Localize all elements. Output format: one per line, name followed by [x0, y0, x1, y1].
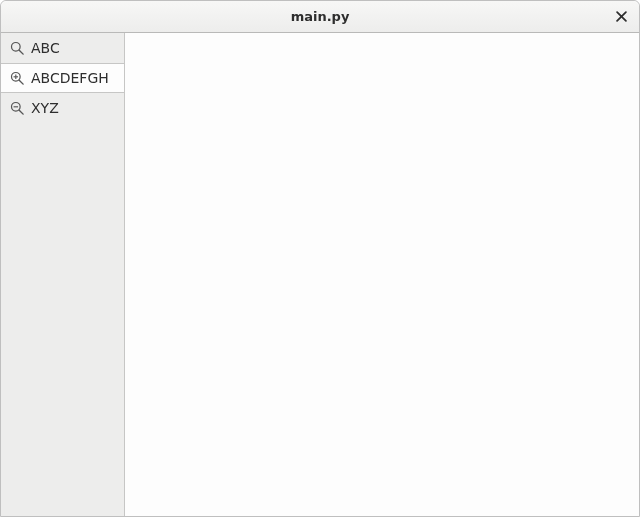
zoom-in-icon — [9, 70, 25, 86]
close-icon — [616, 9, 627, 25]
tab-label: ABC — [31, 40, 60, 56]
tab-label: XYZ — [31, 100, 59, 116]
window-body: ABC ABCDEFGH — [1, 33, 639, 516]
tab-abcdefgh[interactable]: ABCDEFGH — [1, 63, 124, 93]
tab-abc[interactable]: ABC — [1, 33, 124, 63]
magnify-icon — [9, 40, 25, 56]
tab-xyz[interactable]: XYZ — [1, 93, 124, 123]
zoom-out-icon — [9, 100, 25, 116]
tab-label: ABCDEFGH — [31, 70, 109, 86]
svg-line-1 — [19, 50, 23, 54]
sidebar: ABC ABCDEFGH — [1, 33, 125, 516]
svg-line-7 — [19, 110, 23, 114]
app-window: main.py ABC — [0, 0, 640, 517]
window-title: main.py — [1, 9, 639, 24]
svg-line-3 — [19, 80, 23, 84]
main-content — [125, 33, 639, 516]
titlebar: main.py — [1, 1, 639, 33]
close-button[interactable] — [613, 9, 629, 25]
